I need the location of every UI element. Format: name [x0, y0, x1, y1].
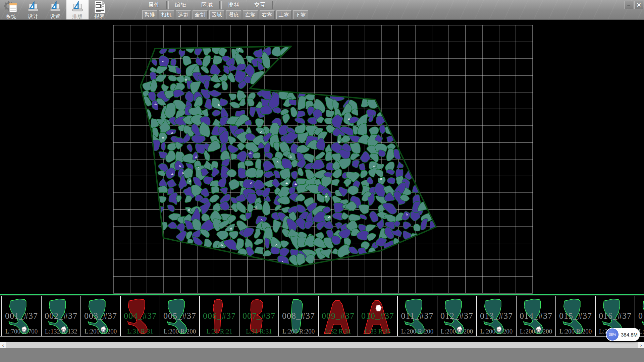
minimize-button[interactable]: – — [624, 1, 633, 9]
system-icon — [4, 0, 18, 14]
piece-name: 012_#37 — [437, 311, 476, 321]
menu-button-menu_row2-8[interactable]: 右靠 — [260, 10, 275, 19]
piece-lr-count: L:31 R:31 — [121, 328, 160, 335]
nav-label: 设计 — [28, 14, 39, 19]
menu-button-menu_row1-5[interactable]: 交互 — [248, 1, 273, 9]
piece-thumbnail-005_#37[interactable]: 005_#37L:200 R:200 — [160, 296, 199, 336]
piece-thumbnail-014_#37[interactable]: 014_#37L:200 R:200 — [516, 296, 555, 336]
piece-name: 016_#37 — [596, 311, 635, 321]
nav-label: 设置 — [50, 14, 61, 19]
menu-button-menu_row2-4[interactable]: 全割 — [193, 10, 208, 19]
piece-lr-count: L:700 R:700 — [2, 328, 41, 335]
piece-thumbnail-010_#37[interactable]: 010_#37L:33 R:33 — [358, 296, 397, 336]
main-nav: 系统 设计 设置 排版 报表 — [0, 0, 111, 19]
piece-name: 009_#37 — [319, 311, 358, 321]
report-page-icon — [95, 1, 105, 13]
piece-lr-count: L:32 R:31 — [319, 328, 358, 335]
piece-name: 017_#37 — [635, 311, 644, 321]
piece-lr-count: L:31 R:31 — [239, 328, 278, 335]
nav-label: 系统 — [6, 14, 16, 19]
piece-lr-count: L:200 R:200 — [160, 328, 199, 335]
piece-thumbnail-001_#37[interactable]: 001_#37L:700 R:700 — [1, 296, 41, 336]
nested-pieces — [139, 43, 438, 268]
menu-button-menu_row1-3[interactable]: 区域 — [195, 1, 220, 9]
piece-name: 008_#37 — [279, 311, 318, 321]
piece-hole — [376, 305, 381, 311]
piece-lr-count: L:200 R:200 — [398, 328, 437, 335]
piece-name: 002_#37 — [42, 311, 80, 321]
menu-button-menu_row2-3[interactable]: 选割 — [176, 10, 191, 19]
menu-button-menu_row1-4[interactable]: 排料 — [221, 1, 246, 9]
piece-thumbnail-009_#37[interactable]: 009_#37L:32 R:31 — [318, 296, 358, 336]
piece-thumbnail-015_#37[interactable]: 015_#37L:200 R:200 — [555, 296, 595, 336]
menu-button-menu_row2-5[interactable]: 区域 — [209, 10, 224, 19]
nav-label: 排版 — [72, 14, 83, 19]
piece-thumbnail-011_#37[interactable]: 011_#37L:200 R:200 — [397, 296, 437, 336]
menu-button-menu_row2-2[interactable]: 相机 — [159, 10, 174, 19]
report-icon — [92, 0, 107, 14]
strip-gap — [0, 337, 644, 342]
scroll-track[interactable] — [6, 342, 638, 348]
piece-thumbnail-007_#37[interactable]: 007_#37L:31 R:31 — [239, 296, 278, 336]
piece-thumbnail-003_#37[interactable]: 003_#37L:200 R:200 — [80, 296, 120, 336]
toolbar: 系统 设计 设置 排版 报表 属性编辑区域排料交互 聚排相机选割全割区域瑕疵左靠… — [0, 0, 644, 19]
piece-lr-count: L:200 R:200 — [279, 328, 318, 335]
nav-label: 报表 — [94, 14, 105, 19]
menu-button-menu_row2-9[interactable]: 上靠 — [276, 10, 291, 19]
notebook-icon — [9, 3, 17, 12]
menu-button-menu_row1-2[interactable]: 编辑 — [168, 1, 193, 9]
strip-separator-line — [0, 294, 644, 295]
piece-name: 014_#37 — [517, 311, 555, 321]
nav-button-layout[interactable]: 排版 — [66, 0, 89, 19]
piece-name: 013_#37 — [477, 311, 516, 321]
piece-thumbnail-008_#37[interactable]: 008_#37L:200 R:200 — [278, 296, 318, 336]
piece-lr-count: L:200 R:200 — [81, 328, 120, 335]
nav-button-system[interactable]: 系统 — [0, 0, 22, 19]
piece-name: 003_#37 — [81, 311, 120, 321]
piece-lr-count: L:33 R:33 — [358, 328, 397, 335]
piece-thumbnail-006_#37[interactable]: 006_#37L:21 R:21 — [199, 296, 239, 336]
piece-lr-count: L:200 R:200 — [556, 328, 595, 335]
piece-name: 004_#37 — [121, 311, 160, 321]
menu-button-menu_row2-10[interactable]: 下靠 — [293, 10, 308, 19]
design-icon — [26, 0, 41, 14]
scroll-right-button[interactable]: › — [638, 342, 644, 348]
menu-button-menu_row2-6[interactable]: 瑕疵 — [226, 10, 241, 19]
menu-button-menu_row1-1[interactable]: 属性 — [142, 1, 167, 9]
close-button[interactable]: ✕ — [634, 1, 643, 9]
settings-icon — [48, 0, 63, 14]
piece-name: 011_#37 — [398, 311, 437, 321]
piece-name: 001_#37 — [2, 311, 41, 321]
piece-name: 010_#37 — [358, 311, 397, 321]
piece-name: 005_#37 — [160, 311, 199, 321]
piece-lr-count: L:200 R:200 — [517, 328, 555, 335]
nav-button-settings[interactable]: 设置 — [44, 0, 66, 19]
piece-thumbnail-002_#37[interactable]: 002_#37L:132 R:132 — [41, 296, 80, 336]
menu-row-secondary: 聚排相机选割全割区域瑕疵左靠右靠上靠下靠 — [142, 10, 308, 19]
piece-thumbnail-004_#37[interactable]: 004_#37L:31 R:31 — [120, 296, 160, 336]
horizontal-scrollbar[interactable]: ‹ › — [0, 342, 644, 348]
layout-icon — [70, 0, 85, 14]
piece-lr-count: L:200 R:200 — [477, 328, 516, 335]
progress-circle: 38% — [606, 328, 619, 341]
memory-size-label: 384.8M — [619, 332, 640, 338]
piece-lr-count: L:200 R:200 — [437, 328, 476, 335]
piece-lr-count: L:132 R:132 — [42, 328, 80, 335]
scroll-left-button[interactable]: ‹ — [0, 342, 6, 348]
bottom-status-band — [0, 348, 644, 362]
memory-badge: 38% 384.8M — [606, 328, 640, 341]
window-buttons: – ✕ — [624, 1, 643, 9]
piece-name: 015_#37 — [556, 311, 595, 321]
piece-name: 006_#37 — [200, 311, 239, 321]
piece-lr-count: L:21 R:21 — [200, 328, 239, 335]
menu-button-menu_row2-1[interactable]: 聚排 — [142, 10, 157, 19]
piece-thumbnail-013_#37[interactable]: 013_#37L:200 R:200 — [476, 296, 516, 336]
piece-thumbnail-012_#37[interactable]: 012_#37L:200 R:200 — [437, 296, 476, 336]
menu-row-primary: 属性编辑区域排料交互 — [142, 1, 273, 9]
nav-button-design[interactable]: 设计 — [22, 0, 44, 19]
piece-name: 007_#37 — [239, 311, 278, 321]
piece-thumbnail-strip: 001_#37L:700 R:700002_#37L:132 R:132003_… — [0, 296, 644, 337]
nav-button-report[interactable]: 报表 — [89, 0, 111, 19]
menu-button-menu_row2-7[interactable]: 左靠 — [243, 10, 258, 19]
